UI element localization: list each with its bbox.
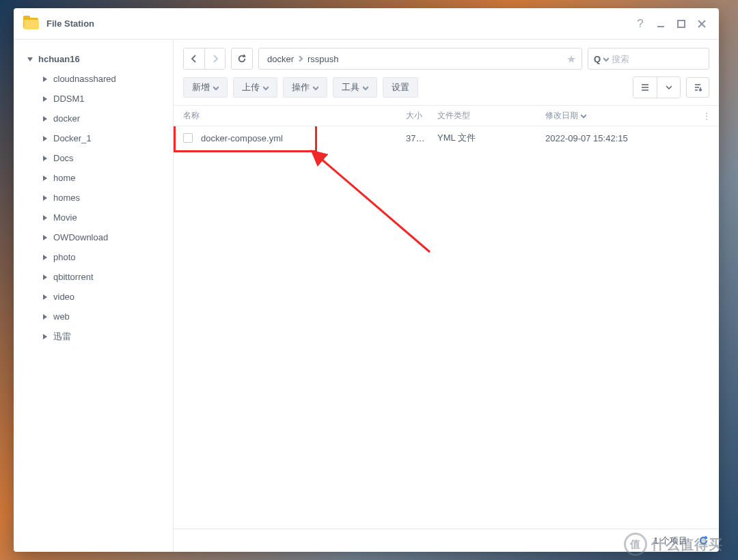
col-name-header[interactable]: 名称 <box>183 110 406 122</box>
file-type: YML 文件 <box>437 132 545 144</box>
col-modified-header[interactable]: 修改日期 <box>545 110 698 122</box>
chevron-right-icon <box>41 314 49 320</box>
refresh-button[interactable] <box>231 48 253 70</box>
item-count: 1 个项目 <box>653 535 687 547</box>
nav-toolbar: docker rsspush ★ Q <box>174 40 719 74</box>
file-name: docker-compose.yml <box>201 133 406 143</box>
sidebar-item-13[interactable]: 迅雷 <box>41 326 173 346</box>
svg-marker-6 <box>43 96 47 102</box>
sidebar-item-12[interactable]: web <box>41 307 173 326</box>
favorite-star-icon[interactable]: ★ <box>566 53 577 66</box>
svg-marker-9 <box>43 156 47 161</box>
svg-marker-11 <box>43 195 47 201</box>
sidebar-item-label: cloudnasshared <box>53 69 116 89</box>
sidebar-item-6[interactable]: homes <box>41 188 173 208</box>
svg-marker-4 <box>27 57 33 61</box>
upload-button[interactable]: 上传 <box>233 77 277 98</box>
sidebar-item-label: photo <box>53 247 76 267</box>
close-button[interactable] <box>692 14 712 34</box>
action-toolbar: 新增 上传 操作 工具 设置 <box>174 74 719 105</box>
sidebar-item-label: video <box>53 287 74 307</box>
col-size-header[interactable]: 大小 <box>406 110 437 122</box>
chevron-right-icon <box>41 76 49 82</box>
nav-history-group <box>183 48 226 70</box>
svg-marker-16 <box>43 294 47 300</box>
sidebar-item-1[interactable]: DDSM1 <box>41 89 173 109</box>
col-type-header[interactable]: 文件类型 <box>437 110 545 122</box>
table-row[interactable]: docker-compose.yml37…YML 文件2022-09-07 15… <box>174 126 719 150</box>
forward-button[interactable] <box>204 48 225 69</box>
sort-button[interactable] <box>686 77 709 98</box>
sidebar-item-11[interactable]: video <box>41 287 173 307</box>
breadcrumb-part-0[interactable]: docker <box>266 54 295 64</box>
sidebar-item-label: homes <box>53 188 80 208</box>
table-body: docker-compose.yml37…YML 文件2022-09-07 15… <box>174 126 719 529</box>
svg-marker-15 <box>43 275 47 280</box>
folder-app-icon <box>23 16 40 32</box>
svg-line-26 <box>320 158 430 252</box>
chevron-right-icon <box>41 294 49 300</box>
sidebar-item-label: web <box>53 307 70 326</box>
view-dropdown-button[interactable] <box>657 77 680 98</box>
sidebar-item-label: DDSM1 <box>53 89 85 109</box>
sidebar-item-2[interactable]: docker <box>41 109 173 128</box>
sidebar-item-label: home <box>53 168 76 188</box>
table-header: 名称 大小 文件类型 修改日期 ⋮ <box>174 106 719 126</box>
search-dropdown-icon[interactable] <box>603 54 609 64</box>
svg-marker-14 <box>43 255 47 260</box>
search-icon: Q <box>594 54 601 64</box>
chevron-right-icon <box>41 156 49 161</box>
sidebar-item-10[interactable]: qbittorrent <box>41 267 173 287</box>
tree-root-label: hchuan16 <box>38 49 80 69</box>
chevron-right-icon <box>41 176 49 181</box>
row-checkbox[interactable] <box>183 133 193 143</box>
svg-marker-7 <box>43 116 47 122</box>
breadcrumb-part-1[interactable]: rsspush <box>306 54 340 64</box>
svg-marker-18 <box>43 334 47 339</box>
sidebar: hchuan16 cloudnassharedDDSM1dockerDocker… <box>14 40 174 552</box>
operation-button[interactable]: 操作 <box>283 77 327 98</box>
sidebar-item-label: 迅雷 <box>53 326 71 346</box>
view-mode-group <box>633 76 681 98</box>
sidebar-item-8[interactable]: OWDownload <box>41 227 173 247</box>
sidebar-item-4[interactable]: Docs <box>41 148 173 168</box>
search-input[interactable] <box>612 54 726 64</box>
status-refresh-button[interactable] <box>697 535 709 547</box>
sidebar-item-label: qbittorrent <box>53 267 94 287</box>
chevron-right-icon <box>41 116 49 122</box>
chevron-right-icon <box>41 96 49 102</box>
sidebar-item-label: Movie <box>53 208 77 227</box>
help-button[interactable]: ? <box>630 14 651 34</box>
svg-rect-1 <box>678 20 685 27</box>
back-button[interactable] <box>184 48 204 69</box>
file-table: 名称 大小 文件类型 修改日期 ⋮ docker-compose.yml37…Y… <box>174 105 719 529</box>
sidebar-item-0[interactable]: cloudnasshared <box>41 69 173 89</box>
main-panel: docker rsspush ★ Q 新增 上传 操作 工具 设置 <box>174 40 719 552</box>
caret-down-icon <box>263 83 269 93</box>
list-view-button[interactable] <box>633 77 657 98</box>
tools-button[interactable]: 工具 <box>333 77 377 98</box>
settings-button[interactable]: 设置 <box>383 77 418 98</box>
column-menu-button[interactable]: ⋮ <box>698 111 715 121</box>
annotation-arrow <box>310 150 447 259</box>
minimize-button[interactable] <box>651 14 671 34</box>
file-modified: 2022-09-07 15:42:15 <box>545 133 715 143</box>
file-station-window: File Station ? hchuan16 cloudnassharedDD… <box>14 8 719 552</box>
chevron-right-icon <box>41 275 49 280</box>
maximize-button[interactable] <box>671 14 692 34</box>
caret-down-icon <box>363 83 368 93</box>
chevron-right-icon <box>41 255 49 260</box>
create-button[interactable]: 新增 <box>183 77 228 98</box>
sidebar-item-7[interactable]: Movie <box>41 208 173 227</box>
tree-root-node[interactable]: hchuan16 <box>26 49 173 69</box>
search-box[interactable]: Q <box>588 48 709 70</box>
file-size: 37… <box>406 133 437 143</box>
sidebar-item-9[interactable]: photo <box>41 247 173 267</box>
sidebar-item-label: Docker_1 <box>53 128 92 148</box>
sidebar-item-3[interactable]: Docker_1 <box>41 128 173 148</box>
caret-down-icon <box>313 83 318 93</box>
breadcrumb: docker rsspush ★ <box>258 48 582 70</box>
sidebar-item-label: Docs <box>53 148 74 168</box>
sidebar-item-5[interactable]: home <box>41 168 173 188</box>
svg-marker-17 <box>43 314 47 320</box>
